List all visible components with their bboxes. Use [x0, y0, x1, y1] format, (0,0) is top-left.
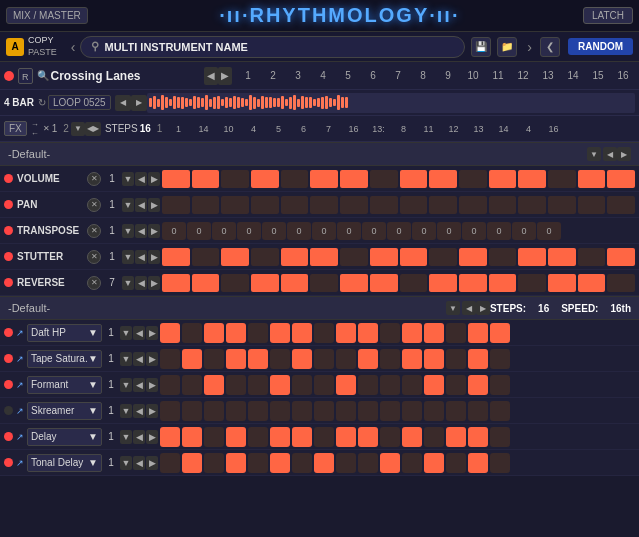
seq-cell[interactable] — [578, 274, 606, 292]
inst-seq-cell[interactable] — [270, 323, 290, 343]
seq-cell[interactable] — [548, 274, 576, 292]
stutter-down[interactable]: ▼ — [122, 250, 134, 264]
reverse-down[interactable]: ▼ — [122, 276, 134, 290]
inst-seq-cell[interactable] — [490, 401, 510, 421]
seq-cell[interactable] — [221, 196, 249, 214]
inst-seq-cell[interactable] — [270, 375, 290, 395]
delay-left[interactable]: ◀ — [133, 430, 145, 444]
volume-x-button[interactable]: ✕ — [87, 172, 101, 186]
daft-hp-down[interactable]: ▼ — [120, 326, 132, 340]
inst-seq-cell[interactable] — [292, 375, 312, 395]
nav-left-arrow[interactable]: ‹ — [71, 39, 76, 55]
pan-x-button[interactable]: ✕ — [87, 198, 101, 212]
inst-seq-cell[interactable] — [160, 401, 180, 421]
seq-cell[interactable] — [281, 274, 309, 292]
tape-satura-left[interactable]: ◀ — [133, 352, 145, 366]
inst-seq-cell[interactable] — [226, 375, 246, 395]
bottom-section-down[interactable]: ▼ — [446, 301, 460, 315]
inst-seq-cell[interactable] — [336, 375, 356, 395]
seq-cell[interactable] — [370, 196, 398, 214]
seq-cell[interactable] — [221, 274, 249, 292]
inst-seq-cell[interactable] — [292, 349, 312, 369]
inst-seq-cell[interactable] — [358, 375, 378, 395]
stutter-x-button[interactable]: ✕ — [87, 250, 101, 264]
inst-seq-cell[interactable] — [182, 453, 202, 473]
bottom-section-prev[interactable]: ◀ — [462, 301, 476, 315]
seq-cell[interactable] — [340, 170, 368, 188]
inst-seq-cell[interactable] — [314, 453, 334, 473]
inst-seq-cell[interactable] — [380, 323, 400, 343]
seq-cell[interactable] — [281, 248, 309, 266]
pan-down[interactable]: ▼ — [122, 198, 134, 212]
inst-seq-cell[interactable] — [182, 401, 202, 421]
seq-cell[interactable] — [607, 170, 635, 188]
inst-seq-cell[interactable] — [226, 349, 246, 369]
tonal-delay-dropdown[interactable]: Tonal Delay▼ — [27, 454, 102, 472]
seq-cell[interactable] — [221, 170, 249, 188]
inst-seq-cell[interactable] — [490, 453, 510, 473]
random-button[interactable]: RANDOM — [568, 38, 633, 55]
seq-cell[interactable] — [281, 196, 309, 214]
inst-seq-cell[interactable] — [226, 323, 246, 343]
daft-hp-left[interactable]: ◀ — [133, 326, 145, 340]
seq-cell[interactable] — [518, 196, 546, 214]
inst-seq-cell[interactable] — [336, 323, 356, 343]
inst-seq-cell[interactable] — [160, 375, 180, 395]
skreamer-dropdown[interactable]: Skreamer▼ — [27, 402, 102, 420]
inst-seq-cell[interactable] — [358, 349, 378, 369]
loop-prev[interactable]: ◀ — [115, 95, 131, 111]
transpose-left[interactable]: ◀ — [135, 224, 147, 238]
inst-seq-cell[interactable] — [182, 323, 202, 343]
formant-down[interactable]: ▼ — [120, 378, 132, 392]
inst-seq-cell[interactable] — [182, 375, 202, 395]
inst-seq-cell[interactable] — [248, 375, 268, 395]
skreamer-left[interactable]: ◀ — [133, 404, 145, 418]
seq-cell[interactable] — [578, 248, 606, 266]
inst-seq-cell[interactable] — [182, 349, 202, 369]
inst-seq-cell[interactable] — [314, 323, 334, 343]
seq-cell[interactable] — [459, 248, 487, 266]
seq-cell[interactable] — [192, 170, 220, 188]
section-prev[interactable]: ◀ — [603, 147, 617, 161]
tonal-delay-down[interactable]: ▼ — [120, 456, 132, 470]
inst-seq-cell[interactable] — [468, 401, 488, 421]
inst-seq-cell[interactable] — [204, 323, 224, 343]
inst-seq-cell[interactable] — [402, 375, 422, 395]
delay-dropdown[interactable]: Delay▼ — [27, 428, 102, 446]
save-icon-button[interactable]: 💾 — [471, 37, 491, 57]
seq-cell[interactable] — [400, 170, 428, 188]
reverse-right[interactable]: ▶ — [148, 276, 160, 290]
inst-seq-cell[interactable] — [292, 401, 312, 421]
inst-seq-cell[interactable] — [248, 427, 268, 447]
seq-cell[interactable] — [429, 170, 457, 188]
inst-seq-cell[interactable] — [446, 427, 466, 447]
inst-seq-cell[interactable] — [160, 453, 180, 473]
inst-seq-cell[interactable] — [424, 375, 444, 395]
inst-seq-cell[interactable] — [446, 375, 466, 395]
inst-seq-cell[interactable] — [270, 349, 290, 369]
tonal-delay-left[interactable]: ◀ — [133, 456, 145, 470]
seq-cell[interactable] — [340, 274, 368, 292]
inst-seq-cell[interactable] — [160, 349, 180, 369]
paste-button[interactable]: PASTE — [28, 47, 57, 59]
inst-seq-cell[interactable] — [446, 453, 466, 473]
inst-seq-cell[interactable] — [402, 401, 422, 421]
inst-seq-cell[interactable] — [380, 427, 400, 447]
seq-cell[interactable] — [607, 196, 635, 214]
instrument-name-field[interactable]: ⚲ MULTI INSTRUMENT NAME — [80, 36, 466, 58]
seq-cell[interactable] — [340, 196, 368, 214]
seq-cell[interactable] — [518, 170, 546, 188]
inst-seq-cell[interactable] — [380, 349, 400, 369]
inst-seq-cell[interactable] — [358, 323, 378, 343]
inst-seq-cell[interactable] — [204, 427, 224, 447]
inst-seq-cell[interactable] — [490, 349, 510, 369]
seq-cell[interactable] — [518, 248, 546, 266]
inst-seq-cell[interactable] — [160, 323, 180, 343]
transpose-x-button[interactable]: ✕ — [87, 224, 101, 238]
seq-cell[interactable] — [429, 274, 457, 292]
seq-cell[interactable] — [221, 248, 249, 266]
inst-seq-cell[interactable] — [248, 401, 268, 421]
inst-seq-cell[interactable] — [468, 375, 488, 395]
seq-cell[interactable] — [459, 170, 487, 188]
inst-seq-cell[interactable] — [248, 323, 268, 343]
